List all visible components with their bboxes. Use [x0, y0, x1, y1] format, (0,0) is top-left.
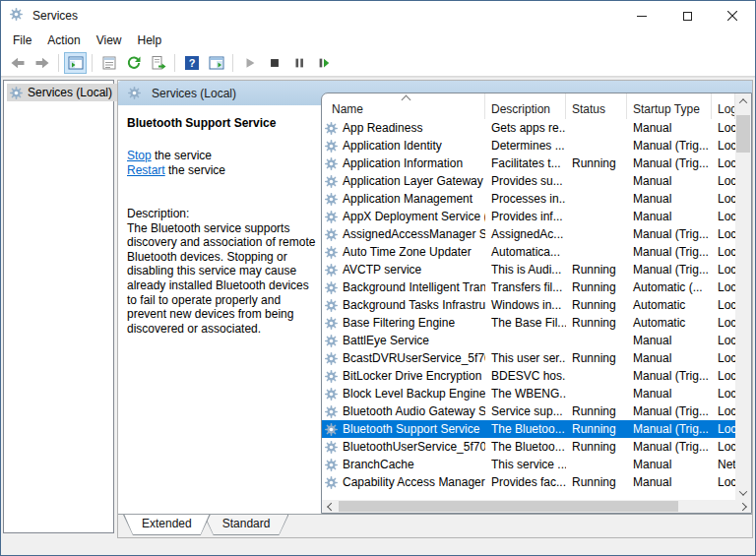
table-row[interactable]: Bluetooth Audio Gateway S... Service sup…: [322, 402, 735, 420]
table-row[interactable]: Application Information Facilitates t...…: [322, 154, 735, 172]
column-header-status[interactable]: Status: [566, 93, 627, 119]
horizontal-scroll-thumb[interactable]: [339, 501, 678, 512]
refresh-button[interactable]: [122, 52, 145, 74]
cell-startup-type: Manual: [627, 210, 712, 223]
table-row[interactable]: Application Management Processes in... M…: [322, 190, 735, 208]
forward-button[interactable]: [31, 52, 53, 74]
services-app-icon: [10, 8, 26, 24]
stop-service-link[interactable]: Stop: [127, 149, 152, 162]
panel-header-gear-icon: [128, 87, 141, 99]
restart-service-button[interactable]: [312, 52, 335, 74]
pause-service-button[interactable]: [287, 52, 310, 74]
gear-icon: [325, 441, 338, 454]
table-row[interactable]: Application Layer Gateway ... Provides s…: [322, 172, 735, 190]
cell-service-name: Application Layer Gateway ...: [322, 174, 485, 188]
export-list-icon: [151, 55, 166, 71]
table-row[interactable]: BattlEye Service Manual Loca: [322, 332, 735, 349]
cell-log-on-as: Loca: [712, 475, 735, 489]
gear-icon: [325, 423, 338, 436]
table-row[interactable]: Background Tasks Infrastruc... Windows i…: [322, 296, 735, 314]
tab-extended-label: Extended: [142, 517, 192, 530]
toolbar: ?: [1, 50, 755, 77]
restart-service-link[interactable]: Restart: [127, 163, 165, 177]
table-row[interactable]: BitLocker Drive Encryption ... BDESVC ho…: [322, 367, 735, 385]
help-icon: ?: [184, 55, 200, 71]
tab-standard[interactable]: Standard: [204, 515, 289, 535]
cell-log-on-as: Loca: [712, 351, 735, 365]
close-icon: [727, 11, 737, 21]
table-row[interactable]: Base Filtering Engine The Base Fil... Ru…: [322, 314, 735, 332]
column-header-log-on-as[interactable]: Log: [712, 93, 735, 119]
tab-standard-label: Standard: [222, 517, 271, 530]
menu-view[interactable]: View: [89, 31, 130, 49]
cell-log-on-as: Loca: [712, 121, 735, 135]
gear-icon: [325, 264, 338, 277]
console-tree-panel: Services (Local): [3, 80, 114, 533]
service-description: Description: The Bluetooth service suppo…: [127, 207, 320, 336]
cell-startup-type: Manual: [627, 351, 712, 365]
gear-icon: [10, 8, 23, 21]
scroll-left-button[interactable]: [322, 500, 337, 513]
cell-startup-type: Manual: [627, 121, 712, 135]
menu-help[interactable]: Help: [130, 31, 170, 49]
table-row[interactable]: Block Level Backup Engine ... The WBENG.…: [322, 385, 735, 402]
cell-log-on-as: Loca: [712, 334, 735, 347]
gear-icon: [325, 405, 338, 418]
maximize-button[interactable]: [664, 1, 710, 31]
minimize-button[interactable]: [619, 1, 664, 31]
svg-text:?: ?: [188, 57, 195, 69]
cell-log-on-as: Loca: [712, 174, 735, 188]
table-row[interactable]: Auto Time Zone Updater Automatica... Man…: [322, 243, 735, 261]
cell-log-on-as: Loca: [712, 210, 735, 223]
table-row[interactable]: Bluetooth Support Service The Bluetoo...…: [322, 420, 735, 438]
cell-service-name: Block Level Backup Engine ...: [322, 387, 485, 401]
tree-item-services-local[interactable]: Services (Local): [7, 84, 117, 101]
table-row[interactable]: App Readiness Gets apps re... Manual Loc…: [322, 119, 735, 137]
cell-description: Transfers fil...: [485, 280, 566, 294]
stop-service-button[interactable]: [263, 52, 285, 74]
back-button[interactable]: [6, 52, 29, 74]
help-button[interactable]: ?: [180, 52, 203, 74]
show-action-pane-button[interactable]: [205, 52, 227, 74]
table-row[interactable]: Background Intelligent Tran... Transfers…: [322, 278, 735, 296]
close-button[interactable]: [710, 1, 755, 31]
table-row[interactable]: BluetoothUserService_5f708 The Bluetoo..…: [322, 438, 735, 456]
scroll-down-button[interactable]: [735, 485, 751, 500]
column-header-description[interactable]: Description: [485, 93, 566, 119]
table-row[interactable]: Application Identity Determines ... Manu…: [322, 137, 735, 154]
cell-service-name: Bluetooth Support Service: [322, 422, 485, 436]
scroll-up-button[interactable]: [735, 93, 751, 108]
menu-action[interactable]: Action: [39, 31, 88, 49]
tree-item-label: Services (Local): [28, 86, 112, 99]
table-row[interactable]: Capability Access Manager ... Provides f…: [322, 473, 735, 491]
gear-icon: [325, 157, 338, 170]
table-row[interactable]: AssignedAccessManager Se... AssignedAc..…: [322, 225, 735, 243]
horizontal-scrollbar[interactable]: [322, 500, 751, 513]
cell-startup-type: Manual (Trig...: [627, 422, 712, 436]
properties-button[interactable]: [97, 52, 120, 74]
scroll-right-button[interactable]: [736, 500, 751, 513]
title-bar[interactable]: Services: [1, 1, 755, 31]
gear-icon: [128, 87, 141, 99]
cell-startup-type: Manual: [627, 458, 712, 471]
cell-service-name: BitLocker Drive Encryption ...: [322, 369, 485, 383]
menu-file[interactable]: File: [5, 31, 39, 49]
start-service-button[interactable]: [238, 52, 261, 74]
services-list-pane: Name Description Status Startup Type Log…: [321, 93, 752, 514]
gear-icon: [10, 87, 23, 99]
cell-startup-type: Manual (Trig...: [627, 139, 712, 153]
cell-startup-type: Manual (Trig...: [627, 156, 712, 170]
show-console-tree-button[interactable]: [64, 52, 87, 74]
table-row[interactable]: AVCTP service This is Audi... Running Ma…: [322, 261, 735, 278]
tab-extended[interactable]: Extended: [123, 515, 211, 535]
column-header-startup-type[interactable]: Startup Type: [627, 93, 712, 119]
vertical-scroll-thumb[interactable]: [736, 115, 750, 153]
cell-status: Running: [566, 263, 627, 277]
vertical-scrollbar[interactable]: [735, 93, 751, 500]
table-row[interactable]: BcastDVRUserService_5f708 This user ser.…: [322, 349, 735, 367]
export-list-button[interactable]: [147, 52, 169, 74]
cell-startup-type: Manual (Trig...: [627, 404, 712, 418]
gear-icon: [325, 228, 338, 241]
table-row[interactable]: BranchCache This service ... Manual Netw: [322, 456, 735, 473]
table-row[interactable]: AppX Deployment Service (... Provides in…: [322, 208, 735, 225]
